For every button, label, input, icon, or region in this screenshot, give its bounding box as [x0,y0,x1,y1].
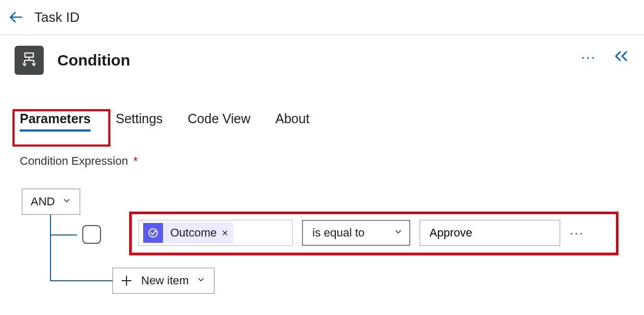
svg-rect-1 [25,53,33,57]
group-operator-value: AND [31,195,55,208]
close-icon: × [222,227,228,239]
token-label: Outcome [170,226,217,240]
chevrons-left-icon [613,50,630,62]
page-title: Task ID [34,9,80,25]
ellipsis-icon: ··· [581,49,596,65]
condition-operator-select[interactable]: is equal to [302,220,410,246]
token-remove-button[interactable]: × [222,227,228,239]
condition-row: Outcome × is equal to ··· [138,220,584,246]
tab-settings[interactable]: Settings [116,111,162,132]
back-button[interactable] [6,8,25,27]
new-item-button[interactable]: New item [112,268,214,294]
card-header: Condition [15,46,629,75]
condition-icon [15,46,44,75]
tab-about[interactable]: About [275,111,309,132]
pane: Condition ··· Parameters Settings Code V… [0,35,644,225]
chevron-down-icon [62,195,71,208]
collapse-button[interactable] [613,50,630,64]
new-item-label: New item [141,274,189,287]
condition-field-input[interactable]: Outcome × [138,220,293,246]
operator-value: is equal to [312,226,364,240]
more-menu-button[interactable]: ··· [581,50,596,64]
condition-builder: AND Outcome × [22,189,629,215]
branch-icon [20,51,39,70]
card-title: Condition [57,51,130,69]
arrow-left-icon [8,9,23,25]
tree-line-row [50,234,77,235]
row-more-menu-button[interactable]: ··· [570,225,584,241]
ellipsis-icon: ··· [570,225,584,241]
tree-line-vertical [50,215,51,281]
card-actions: ··· [581,50,630,64]
tab-parameters[interactable]: Parameters [20,111,91,132]
condition-expression-label-text: Condition Expression [20,154,128,167]
tree-line-newitem [50,280,112,281]
required-asterisk: * [133,154,138,167]
svg-point-6 [149,229,157,237]
plus-icon [119,273,134,288]
group-operator-select[interactable]: AND [22,189,80,215]
row-select-checkbox[interactable] [82,225,101,244]
outcome-token: Outcome × [143,222,233,243]
chevron-down-icon [196,274,206,287]
chevron-down-icon [394,226,403,240]
tab-bar: Parameters Settings Code View About [20,111,629,132]
condition-value-input[interactable] [420,220,560,246]
header-bar: Task ID [0,0,644,35]
value-input-field[interactable] [428,220,551,245]
dynamic-content-icon [143,223,163,243]
tab-code-view[interactable]: Code View [188,111,250,132]
condition-expression-label: Condition Expression * [20,154,629,168]
